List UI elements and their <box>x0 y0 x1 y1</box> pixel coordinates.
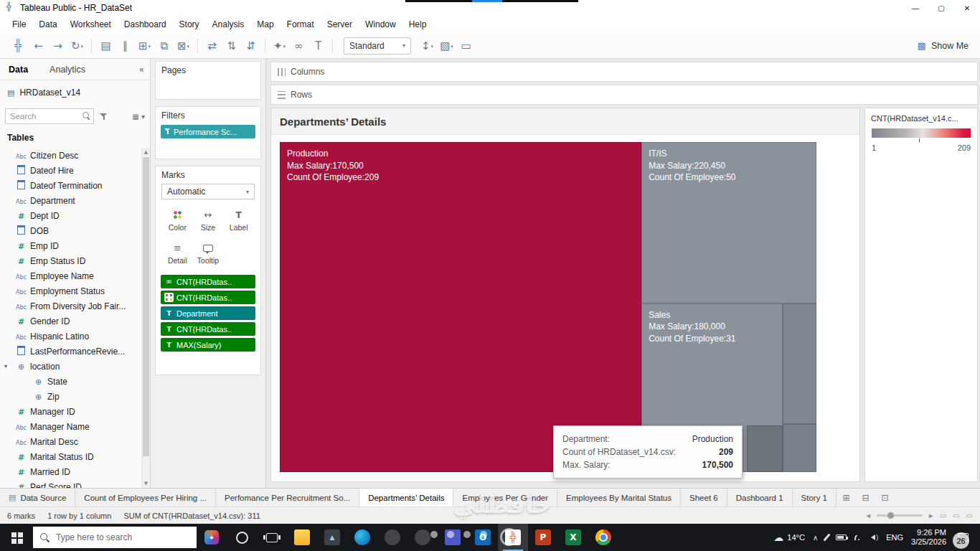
field-item[interactable]: ▾ LastPerformanceRevie... <box>0 344 150 359</box>
block-4[interactable] <box>783 303 816 424</box>
tab-data[interactable]: Data <box>9 65 28 75</box>
redo-icon[interactable]: → <box>48 39 67 52</box>
show-hide-cards-icon[interactable]: ▧ <box>437 39 456 52</box>
separator[interactable] <box>91 39 92 53</box>
menu-item[interactable]: Dashboard <box>118 16 173 33</box>
field-item[interactable]: ▾ DOB <box>0 223 150 238</box>
clock[interactable]: 9:26 PM 3/25/2026 <box>911 528 946 547</box>
new-worksheet-icon[interactable]: ⊞ <box>135 39 154 52</box>
menu-item[interactable]: Data <box>32 16 63 33</box>
field-item[interactable]: ▾ Marital Desc <box>0 434 150 449</box>
sheet-tab[interactable]: Sheet 6 <box>681 489 727 507</box>
replay-icon[interactable]: ↻ <box>67 39 87 52</box>
fields-scrollbar[interactable]: ▲ ▼ <box>141 148 150 488</box>
weather-widget[interactable]: ☁ 14°C <box>773 532 805 543</box>
field-item[interactable]: ▾ Citizen Desc <box>0 148 150 163</box>
sheet-tab[interactable]: Perfomance Per Recruitment So... <box>216 489 359 507</box>
sheet-tab[interactable]: Data Source <box>0 489 75 507</box>
group-members-icon[interactable]: ∞ <box>289 39 308 52</box>
language-indicator[interactable]: ENG <box>886 533 903 542</box>
field-item[interactable]: ▾ Manager Name <box>0 419 150 434</box>
clear-sheet-icon[interactable]: ⊠ <box>174 39 193 52</box>
network-icon[interactable] <box>854 535 863 540</box>
field-item[interactable]: ▾ Department <box>0 193 150 208</box>
file-explorer-icon[interactable] <box>287 524 317 551</box>
rows-shelf[interactable]: Rows <box>270 85 978 105</box>
photos-icon[interactable] <box>317 524 347 551</box>
block-5[interactable] <box>747 425 783 472</box>
tableau-icon[interactable] <box>498 524 528 551</box>
field-item[interactable]: ▾ Emp ID <box>0 238 150 253</box>
new-story-button[interactable]: ⊡ <box>875 489 895 507</box>
field-item[interactable]: ▾ Dateof Termination <box>0 178 150 193</box>
block-6[interactable] <box>783 424 816 472</box>
field-item[interactable]: ▾ State <box>0 374 150 389</box>
separator[interactable] <box>332 39 333 53</box>
field-item[interactable]: ▾ Dateof Hire <box>0 163 150 178</box>
pen-icon[interactable] <box>824 533 831 541</box>
history-forward-icon[interactable]: ▸ <box>929 511 933 520</box>
close-button[interactable]: ✕ <box>954 0 980 16</box>
minimize-button[interactable]: — <box>903 0 928 16</box>
excel-icon[interactable] <box>558 524 588 551</box>
tray-expand-icon[interactable]: ∧ <box>813 534 818 542</box>
swap-axes-icon[interactable]: ⇄ <box>202 39 222 52</box>
field-item[interactable]: ▾ Employee Name <box>0 268 150 283</box>
rows-shelf-drop-area[interactable] <box>357 85 977 104</box>
volume-icon[interactable] <box>871 534 878 541</box>
mark-pill[interactable]: CNT(HRDatas.. <box>161 275 255 288</box>
pause-updates-icon[interactable]: ∥ <box>116 39 135 52</box>
menu-item[interactable]: Worksheet <box>64 16 118 33</box>
size-slider[interactable] <box>877 514 923 517</box>
new-dashboard-button[interactable]: ⊟ <box>856 489 875 507</box>
sheet-tab[interactable]: Employees By Marital Status <box>557 489 681 507</box>
field-item[interactable]: ▾ From Diversity Job Fair... <box>0 298 150 314</box>
view-options-icon[interactable]: ▦ ▾ <box>132 113 145 121</box>
field-item[interactable]: ▾ Employment Status <box>0 283 150 298</box>
color-legend-gradient[interactable] <box>872 128 971 138</box>
detail-button[interactable]: Detail <box>163 239 192 268</box>
menu-item[interactable]: Server <box>321 16 359 33</box>
maximize-button[interactable]: ▢ <box>928 0 954 16</box>
sheet-tab[interactable]: Count of Employees Per Hiring ... <box>75 489 216 507</box>
highlight-icon[interactable]: ✦ <box>270 39 289 52</box>
fit-dropdown[interactable]: Standard▾ <box>344 37 411 55</box>
sort-ascending-icon[interactable]: ⇅ <box>222 39 241 52</box>
menu-item[interactable]: Help <box>402 16 433 33</box>
filter-fields-icon[interactable] <box>100 113 108 121</box>
field-item[interactable]: ▾ Marital Status ID <box>0 449 150 464</box>
pages-shelf[interactable]: Pages <box>155 61 261 100</box>
sheet-tab[interactable]: Employees Per Gender <box>453 489 557 507</box>
notification-icon[interactable] <box>954 533 973 542</box>
columns-shelf-drop-area[interactable] <box>357 62 977 81</box>
menu-item[interactable]: Map <box>250 16 280 33</box>
page-view-icon[interactable]: ▭ <box>966 512 973 519</box>
new-worksheet-button[interactable]: ⊞ <box>837 489 856 507</box>
expand-caret-icon[interactable]: ▾ <box>4 363 12 369</box>
field-item[interactable]: ▾ Married ID <box>0 464 150 479</box>
mark-pill[interactable]: Department <box>161 306 255 320</box>
page-view-icon[interactable]: ▭ <box>953 512 959 519</box>
tooltip-button[interactable]: Tooltip <box>194 239 223 268</box>
show-mark-labels-icon[interactable]: T <box>308 39 328 52</box>
field-item[interactable]: ▾ Perf Score ID <box>0 479 150 488</box>
scroll-up-icon[interactable]: ▲ <box>142 148 150 156</box>
columns-shelf[interactable]: Columns <box>270 62 978 82</box>
separator[interactable] <box>265 39 265 53</box>
label-button[interactable]: Label <box>224 206 253 235</box>
chrome-icon[interactable] <box>588 524 618 551</box>
sheet-tab[interactable]: Story 1 <box>793 489 837 507</box>
history-back-icon[interactable]: ◂ <box>867 511 871 520</box>
field-item[interactable]: ▾ location <box>0 359 150 374</box>
scrollbar-thumb[interactable] <box>143 157 149 456</box>
mark-pill[interactable]: MAX(Salary) <box>161 338 255 352</box>
mark-pill[interactable]: CNT(HRDatas.. <box>161 322 255 336</box>
battery-icon[interactable] <box>836 534 847 540</box>
collapse-pane-icon[interactable]: « <box>139 65 144 75</box>
menu-item[interactable]: Analysis <box>206 16 251 33</box>
task-view-icon[interactable] <box>257 524 287 551</box>
page-view-icon[interactable]: ▭ <box>940 512 946 519</box>
tab-analytics[interactable]: Analytics <box>50 65 85 75</box>
field-item[interactable]: ▾ Dept ID <box>0 208 150 223</box>
Production[interactable]: Production Max Salary:170,500 Count Of E… <box>280 142 641 472</box>
